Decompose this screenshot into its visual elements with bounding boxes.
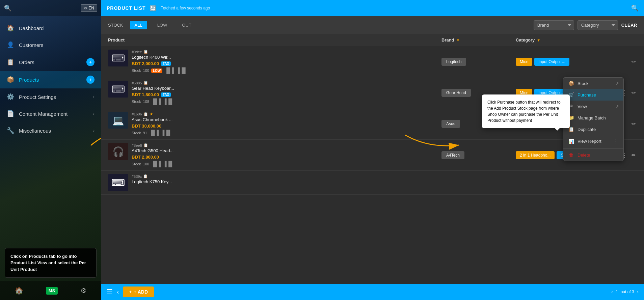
search-icon[interactable]: 🔍 — [631, 4, 639, 12]
category-cell-0: Mice Input Output ... — [516, 58, 617, 66]
filter-dropdowns: Brand Category CLEAR — [534, 20, 637, 30]
add-label: + ADD — [134, 289, 148, 295]
page-title: PRODUCT LIST — [107, 5, 145, 11]
ctx-purchase-label: Purchase — [578, 92, 596, 98]
col-product: Product — [108, 37, 441, 43]
home-bottom-icon[interactable]: 🏠 — [15, 287, 23, 295]
brand-filter-select[interactable]: Brand — [534, 20, 574, 30]
star-icon-2: ★ — [150, 112, 153, 116]
sidebar-search-button[interactable]: 🔍 — [4, 4, 11, 12]
brand-tag-1: Gear Head — [441, 89, 471, 97]
purchase-tooltip: Click Purchase button that will redirect… — [482, 94, 570, 128]
product-price-3: BDT 2,800.00 — [132, 155, 159, 160]
sidebar-item-content-management[interactable]: 📄 Content Management › — [0, 105, 101, 122]
product-settings-icon: ⚙️ — [7, 93, 14, 101]
ctx-delete[interactable]: 🗑 Delete — [563, 149, 623, 161]
ms-button[interactable]: MS — [46, 287, 58, 295]
sidebar-item-products[interactable]: 📦 Products + — [0, 71, 101, 88]
prev-page-button[interactable]: ‹ — [611, 289, 613, 295]
sidebar-item-dashboard[interactable]: 🏠 Dashboard — [0, 20, 101, 36]
barcode-icon-2: ▐▌▌▐▐▌ — [149, 130, 172, 136]
bottombar: ☰ ‹ + + ADD ‹ 1 out of 3 › — [101, 284, 644, 300]
sidebar-item-label-orders: Orders — [19, 59, 82, 65]
stock-all-btn[interactable]: ALL — [130, 21, 147, 29]
brand-filter-icon[interactable]: ▼ — [456, 38, 460, 42]
brand-tag-3: A4Tech — [441, 151, 464, 159]
brand-cell-0: Logitech — [441, 58, 516, 66]
copy-icon-0[interactable]: 📋 — [143, 50, 148, 54]
table-row: ⌨ #539c 📋 Logitech K750 Key... — [101, 171, 644, 195]
ctx-duplicate[interactable]: 📋 Duplicate — [563, 124, 623, 135]
pagination: ‹ 1 out of 3 › — [611, 289, 639, 295]
copy-icon-2[interactable]: 📋 — [143, 112, 148, 116]
brand-tag-0: Logitech — [441, 58, 466, 66]
tax-badge-1: TAX — [161, 92, 171, 97]
product-sku-1: #5885 📋 — [132, 81, 174, 85]
sidebar-item-label-content: Content Management — [19, 111, 88, 117]
sidebar-item-label-products: Products — [19, 77, 82, 83]
copy-icon-4[interactable]: 📋 — [143, 174, 148, 179]
sidebar-item-label-dashboard: Dashboard — [19, 25, 95, 31]
table-header: Product Brand ▼ Category ▼ — [101, 34, 644, 46]
sidebar-item-customers[interactable]: 👤 Customers — [0, 36, 101, 53]
category-filter-icon[interactable]: ▼ — [537, 38, 540, 42]
stock-info-1: Stock 108 ▐▌▌▐▐▌ — [132, 99, 174, 105]
col-brand: Brand ▼ — [441, 37, 516, 43]
cat-headphone: 2 in 1 Headpho... — [516, 151, 555, 159]
ctx-view[interactable]: 👁 View ↗ — [563, 101, 623, 112]
settings-bottom-icon[interactable]: ⚙ — [80, 287, 86, 295]
next-page-button[interactable]: › — [637, 289, 639, 295]
category-filter-select[interactable]: Category — [578, 20, 618, 30]
row-actions-0: ✏ — [617, 57, 637, 66]
stock-out-button[interactable]: OUT — [177, 21, 196, 29]
hamburger-menu-button[interactable]: ☰ — [107, 288, 113, 296]
page-number: 1 — [616, 290, 618, 294]
product-thumb-1: ⌨ — [108, 81, 128, 98]
ctx-delete-label: Delete — [578, 153, 590, 158]
add-product-button[interactable]: + + ADD — [123, 287, 154, 297]
product-thumb-2: 💻 — [108, 112, 128, 129]
orders-add-button[interactable]: + — [86, 58, 95, 66]
sidebar-item-label-product-settings: Product Settings — [19, 94, 88, 100]
product-info-0: #0dee 📋 Logitech K400 Wir... BDT 2,000.0… — [132, 50, 187, 74]
sidebar-item-product-settings[interactable]: ⚙️ Product Settings › — [0, 88, 101, 105]
ctx-view-label: View — [578, 104, 587, 109]
back-button[interactable]: ‹ — [117, 289, 119, 296]
products-icon: 📦 — [7, 76, 14, 83]
sidebar-item-miscellaneous[interactable]: 🔧 Miscellaneous › — [0, 122, 101, 139]
stock-low-button[interactable]: LOW — [153, 21, 172, 29]
ctx-purchase[interactable]: 🛒 Purchase — [563, 89, 623, 101]
edit-button-3[interactable]: ✏ — [630, 151, 637, 160]
product-price-0: BDT 2,000.00 — [132, 61, 159, 66]
edit-button-0[interactable]: ✏ — [630, 57, 637, 66]
lang-label: বাং EN — [84, 6, 94, 10]
edit-button-1[interactable]: ✏ — [630, 88, 637, 97]
product-name-3: A4Tech G500 Head... — [132, 148, 174, 153]
product-cell-0: ⌨ #0dee 📋 Logitech K400 Wir... BDT 2,000… — [108, 50, 441, 74]
barcode-icon-1: ▐▌▌▐▐▌ — [151, 99, 174, 105]
ctx-view-report[interactable]: 📊 View Report ⋮ — [563, 135, 623, 147]
chevron-right-icon-2: › — [93, 111, 95, 116]
product-sku-4: #539c 📋 — [132, 174, 172, 179]
brand-cell-3: A4Tech — [441, 151, 516, 159]
products-add-button[interactable]: + — [86, 76, 95, 84]
barcode-icon-3: ▐▌▌▐▐▌ — [151, 161, 174, 167]
language-button[interactable]: বাং EN — [81, 4, 97, 12]
copy-icon-1[interactable]: 📋 — [143, 81, 148, 85]
orders-icon: 📋 — [7, 58, 14, 66]
product-info-3: #8ee6 📋 A4Tech G500 Head... BDT 2,800.00… — [132, 143, 174, 167]
nav-items: 🏠 Dashboard 👤 Customers 📋 Orders + 📦 Pro… — [0, 16, 101, 245]
report-ctx-icon: 📊 — [568, 139, 574, 144]
refresh-icon[interactable]: 🔄 — [150, 5, 156, 11]
clear-button[interactable]: CLEAR — [621, 23, 637, 28]
brand-tag-2: Asus — [441, 120, 460, 128]
copy-icon-3[interactable]: 📋 — [143, 143, 148, 147]
ctx-manage-batch[interactable]: 📁 Manage Batch — [563, 112, 623, 124]
add-icon: + — [129, 289, 132, 295]
sidebar-item-orders[interactable]: 📋 Orders + — [0, 53, 101, 71]
ctx-stock[interactable]: 📦 Stock ↗ — [563, 78, 623, 89]
product-sku-0: #0dee 📋 — [132, 50, 187, 54]
misc-icon: 🔧 — [7, 127, 14, 134]
edit-button-2[interactable]: ✏ — [630, 119, 637, 128]
ctx-divider — [563, 148, 623, 148]
